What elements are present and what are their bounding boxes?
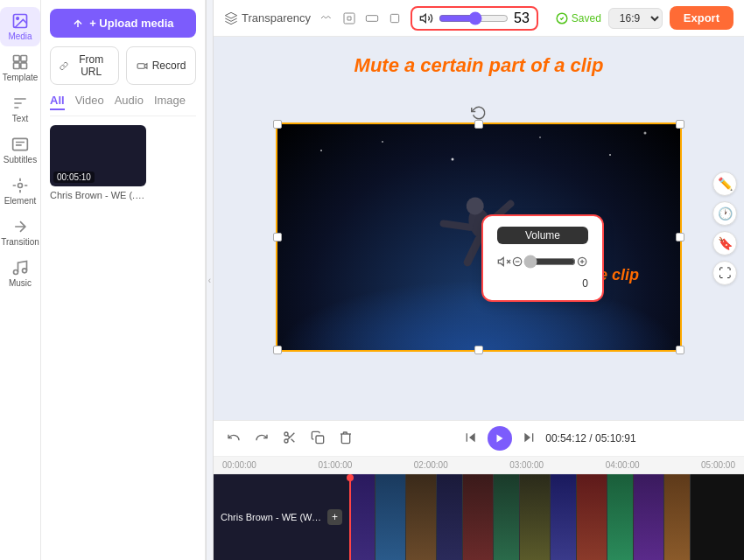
skip-back-button[interactable] [461, 428, 481, 450]
play-button[interactable] [488, 426, 512, 451]
delete-button[interactable] [336, 428, 355, 450]
resize-handle-bl[interactable] [273, 346, 282, 354]
svg-point-17 [382, 141, 383, 143]
source-buttons: From URL Record [50, 46, 196, 85]
tab-video[interactable]: Video [75, 94, 104, 110]
tab-image[interactable]: Image [154, 94, 186, 110]
cut-button[interactable] [280, 428, 299, 450]
svg-rect-4 [14, 63, 20, 69]
svg-marker-44 [497, 435, 503, 443]
saved-checkmark-icon [556, 12, 568, 24]
clip-strip[interactable] [349, 474, 744, 560]
media-duration: 00:05:10 [53, 172, 95, 183]
resize-handle-lm[interactable] [273, 233, 282, 242]
sidebar-item-music-label: Music [9, 278, 32, 288]
right-tool-history[interactable]: 🕐 [712, 201, 737, 226]
skip-forward-button[interactable] [519, 428, 538, 450]
rotate-handle[interactable] [471, 105, 487, 121]
volume-popup-value: 0 [497, 277, 588, 290]
redo-button[interactable] [252, 428, 271, 450]
sidebar-item-music[interactable]: Music [0, 254, 40, 293]
volume-slider[interactable] [439, 11, 509, 25]
svg-line-39 [291, 438, 295, 442]
volume-down-icon[interactable] [511, 254, 523, 270]
timeline-track: Chris Brown - WE (Warm Embrace) (Officia… [214, 474, 744, 560]
resize-handle-rm[interactable] [676, 233, 684, 242]
ruler-mark-1: 01:00:00 [318, 460, 352, 470]
volume-popup-slider[interactable] [523, 255, 576, 269]
volume-control[interactable]: 53 [411, 6, 538, 31]
resize-handle-tr[interactable] [676, 120, 684, 129]
volume-icons-row [497, 253, 588, 270]
toolbar-icon-4[interactable] [388, 11, 402, 25]
tab-all[interactable]: All [50, 94, 65, 110]
svg-point-36 [284, 432, 288, 436]
right-tool-edit[interactable]: ✏️ [712, 172, 737, 196]
video-frame[interactable] [276, 122, 682, 352]
playhead[interactable] [349, 474, 351, 560]
media-panel: + Upload media From URL Record All Video… [41, 0, 206, 560]
svg-rect-2 [14, 56, 20, 62]
timeline-controls: 00:54:12 / 05:10:91 [364, 426, 733, 451]
toolbar-icon-3[interactable] [365, 11, 379, 25]
svg-point-19 [539, 136, 541, 138]
sidebar-item-transition-label: Transition [1, 237, 39, 247]
svg-rect-41 [316, 436, 324, 444]
svg-point-8 [14, 270, 18, 275]
scene [277, 124, 680, 350]
media-item[interactable]: 00:05:10 Chris Brown - WE (... .mp4 [50, 125, 146, 200]
ruler-mark-0: 00:00:00 [222, 460, 256, 470]
volume-value: 53 [514, 10, 530, 26]
right-tool-bookmark[interactable]: 🔖 [712, 231, 737, 256]
copy-button[interactable] [308, 428, 327, 450]
sidebar-item-transition[interactable]: Transition [0, 213, 40, 252]
resize-handle-tl[interactable] [273, 120, 282, 129]
panel-collapse-handle[interactable]: ‹ [206, 0, 214, 560]
sidebar-item-element[interactable]: Element [0, 172, 40, 211]
track-clips [349, 474, 744, 560]
add-to-track-button[interactable]: + [327, 509, 342, 525]
volume-up-icon[interactable] [576, 254, 588, 270]
svg-line-40 [287, 435, 290, 438]
svg-rect-13 [390, 14, 398, 22]
ruler-marks: 00:00:00 01:00:00 02:00:00 03:00:00 04:0… [214, 460, 744, 470]
resize-handle-tm[interactable] [474, 120, 483, 129]
upload-media-label: + Upload media [89, 17, 173, 30]
ratio-select[interactable]: 16:9 [608, 8, 663, 29]
playhead-dot [347, 474, 354, 481]
saved-label: Saved [572, 12, 601, 24]
right-tools: ✏️ 🕐 🔖 ⛶ [712, 172, 737, 285]
track-filename: Chris Brown - WE (Warm Embrace) (Officia… [221, 512, 324, 522]
record-button[interactable]: Record [126, 46, 195, 85]
canvas-instruction-top: Mute a certain part of a clip [214, 54, 744, 77]
right-tool-expand[interactable]: ⛶ [712, 261, 737, 285]
resize-handle-br[interactable] [676, 346, 684, 354]
svg-rect-5 [21, 63, 27, 69]
export-button[interactable]: Export [670, 6, 733, 30]
svg-marker-28 [498, 257, 503, 265]
from-url-button[interactable]: From URL [50, 46, 119, 85]
ruler-mark-4: 04:00:00 [606, 460, 640, 470]
toolbar-icon-1[interactable] [319, 11, 333, 25]
tab-audio[interactable]: Audio [115, 94, 144, 110]
toolbar-icon-2[interactable] [342, 11, 356, 25]
sidebar-item-subtitles[interactable]: Subtitles [0, 130, 40, 170]
sidebar-item-media[interactable]: Media [0, 7, 40, 46]
timeline-toolbar: 00:54:12 / 05:10:91 [214, 421, 744, 457]
svg-rect-3 [21, 56, 27, 62]
undo-button[interactable] [224, 428, 243, 450]
timeline: 00:54:12 / 05:10:91 00:00:00 01:00:00 02… [214, 420, 744, 560]
sidebar-item-template[interactable]: Template [0, 48, 40, 88]
timeline-ruler: 00:00:00 01:00:00 02:00:00 03:00:00 04:0… [214, 457, 744, 474]
svg-point-9 [23, 269, 27, 273]
resize-handle-bm[interactable] [474, 346, 483, 354]
transparency-control[interactable]: Transparency [224, 11, 311, 25]
transparency-label: Transparency [242, 11, 311, 24]
media-tabs: All Video Audio Image [50, 94, 196, 116]
toolbar: Transparency 53 Saved [214, 0, 744, 37]
upload-media-button[interactable]: + Upload media [50, 9, 196, 38]
sidebar-item-text[interactable]: Text [0, 89, 40, 129]
transparency-icon [224, 11, 238, 25]
svg-line-26 [462, 240, 483, 262]
mute-icon[interactable] [497, 253, 511, 270]
